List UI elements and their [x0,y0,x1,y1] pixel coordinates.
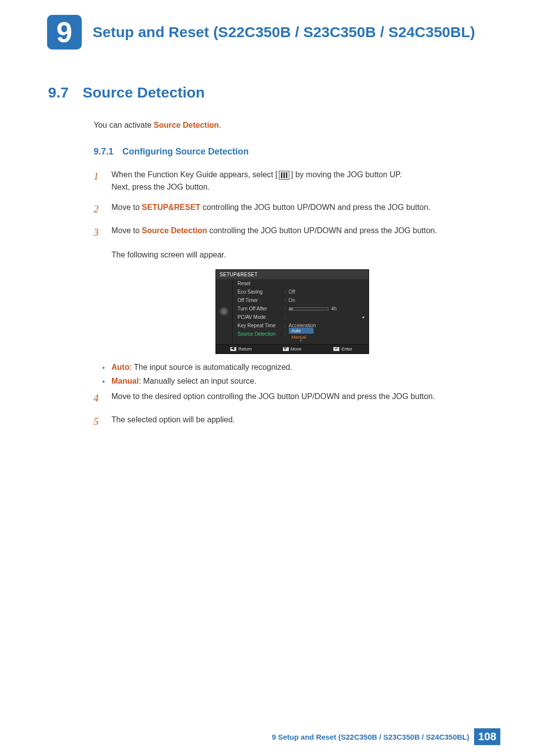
chevron-right-icon: ▸ [363,315,366,319]
step-number: 3 [94,225,103,261]
step-1-text-c: Next, press the JOG button. [111,183,210,191]
step-3-accent: Source Detection [142,226,207,235]
steps-list-cont: 4 Move to the desired option controlling… [94,391,490,429]
osd-row-reset: Reset [233,279,369,288]
step-5: 5 The selected option will be applied. [94,414,490,429]
osd-row-source-detection: Source Detection : Auto Manual [233,330,369,338]
menu-icon [279,171,289,180]
osd-val: Auto Manual [289,328,366,340]
osd-screenshot: SETUP&RESET Reset Eco Saving : Off [94,269,490,354]
osd-foot-enter: Enter [318,345,369,353]
gear-icon [219,307,228,316]
page-number: 108 [474,728,500,745]
enter-icon [333,347,339,351]
footer-text: 9 Setup and Reset (S22C350B / S23C350B /… [272,733,470,741]
move-icon [283,347,289,351]
bullet-accent: Manual [111,377,139,385]
step-1-text-a: When the Function Key Guide appears, sel… [111,170,275,179]
osd-val: On [289,298,366,303]
osd-sub-value: Manual [289,334,366,340]
page-footer: 9 Setup and Reset (S22C350B / S23C350B /… [272,728,500,745]
bullets-list: Auto: The input source is automatically … [94,363,490,386]
osd-key: Source Detection [238,331,285,337]
step-3-text-b: controlling the JOG button UP/DOWN and p… [207,226,437,235]
intro-prefix: You can activate [94,121,154,129]
chapter-number-badge: 9 [47,15,82,50]
chapter-title: Setup and Reset (S22C350B / S23C350B / S… [93,23,475,42]
osd-foot-label: Enter [341,347,352,352]
osd-foot-label: Move [291,347,302,352]
osd-foot-return: Return [216,345,267,353]
intro-text: You can activate Source Detection. [94,121,490,130]
osd-key: Turn Off After [238,306,285,311]
osd-selected-value: Auto [289,328,314,334]
bullet-accent: Auto [111,363,129,371]
bullet-text: : The input source is automatically reco… [129,363,292,371]
osd-val: Off [289,289,366,295]
step-4: 4 Move to the desired option controlling… [94,391,490,406]
chapter-header: 9 Setup and Reset (S22C350B / S23C350B /… [47,15,490,50]
section-heading: 9.7 Source Detection [47,84,490,101]
osd-row-turnoff: Turn Off After : 4h [233,304,369,313]
return-icon [230,347,236,351]
osd-key: Eco Saving [238,289,285,295]
step-number: 2 [94,202,103,217]
intro-suffix: . [219,121,221,129]
osd-turnoff-value: 4h [331,306,337,311]
step-2-text-a: Move to [111,203,142,211]
step-2-text-b: controlling the JOG button UP/DOWN and p… [201,203,430,211]
subsection-heading: 9.7.1 Configuring Source Detection [94,147,490,157]
bullet-text: : Manually select an input source. [139,377,256,385]
osd-key: PC/AV Mode [238,314,285,320]
osd-val: 4h [289,306,366,311]
osd-footer: Return Move Enter [216,344,369,353]
osd-row-eco: Eco Saving : Off [233,288,369,296]
osd-title: SETUP&RESET [216,270,369,279]
bullet-auto: Auto: The input source is automatically … [103,363,490,372]
osd-row-pcav: PC/AV Mode : ▸ [233,313,369,321]
step-number: 5 [94,414,103,429]
osd-sidebar [216,279,233,344]
osd-foot-move: Move [267,345,318,353]
step-1: 1 When the Function Key Guide appears, s… [94,169,490,194]
step-number: 4 [94,391,103,406]
section-number: 9.7 [48,84,69,101]
subsection-title: Configuring Source Detection [122,147,249,157]
bullet-manual: Manual: Manually select an input source. [103,377,490,386]
step-4-text: Move to the desired option controlling t… [111,391,490,406]
osd-key: Off Timer [238,298,285,303]
osd-row-timer: Off Timer : On [233,296,369,304]
step-1-text-b: by moving the JOG button UP. [293,170,402,179]
subsection-number: 9.7.1 [94,147,113,157]
step-3-text-c: The following screen will appear. [111,251,226,259]
osd-key: Reset [238,281,285,286]
step-2-accent: SETUP&RESET [142,203,200,211]
step-number: 1 [94,169,103,194]
step-3: 3 Move to Source Detection controlling t… [94,225,490,261]
osd-key: Key Repeat Time [238,323,285,328]
step-5-text: The selected option will be applied. [111,414,490,429]
step-2: 2 Move to SETUP&RESET controlling the JO… [94,202,490,217]
steps-list: 1 When the Function Key Guide appears, s… [94,169,490,261]
osd-foot-label: Return [238,347,252,352]
intro-accent: Source Detection [154,121,219,129]
section-title: Source Detection [83,84,205,101]
step-3-text-a: Move to [111,226,142,235]
